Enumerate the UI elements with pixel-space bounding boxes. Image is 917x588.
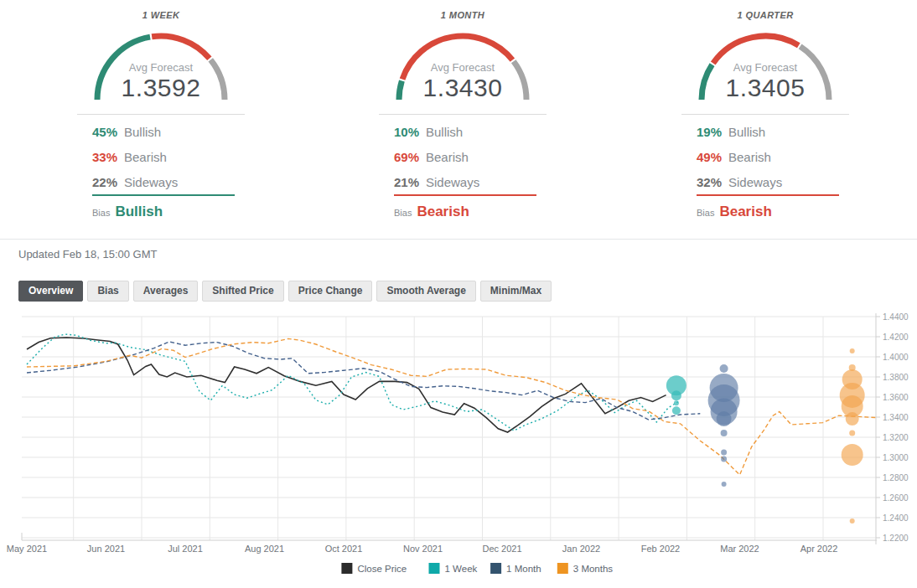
sideways-percent: 22% [92, 175, 117, 189]
svg-text:1.4000: 1.4000 [883, 353, 909, 362]
svg-text:Feb 2022: Feb 2022 [641, 544, 680, 554]
avg-forecast-label: Avg Forecast [129, 61, 194, 74]
svg-text:Jun 2021: Jun 2021 [87, 544, 125, 554]
bias-row: Bias Bearish [394, 204, 469, 220]
x-axis-labels: May 2021Jun 2021Jul 2021Aug 2021Oct 2021… [7, 544, 837, 554]
avg-forecast-value: 1.3405 [726, 74, 806, 101]
svg-text:Oct 2021: Oct 2021 [325, 544, 363, 554]
bullish-label: Bullish [124, 125, 161, 139]
grid [22, 317, 876, 540]
bearish-percent: 69% [394, 150, 419, 164]
stat-bearish: 49% Bearish [697, 144, 849, 169]
forecast-column-1-month: 1 MONTH Avg Forecast 1.3430 10% Bullish … [379, 0, 547, 235]
bearish-label: Bearish [124, 150, 167, 164]
1-month-bubbles [708, 364, 740, 487]
period-title: 1 WEEK [77, 10, 245, 20]
sideways-label: Sideways [728, 175, 782, 189]
legend-item-1-month[interactable]: 1 Month [490, 563, 541, 574]
avg-forecast-value: 1.3592 [122, 74, 201, 101]
tab-minim-max[interactable]: Minim/Max [480, 281, 552, 302]
svg-text:1.3000: 1.3000 [883, 453, 909, 462]
avg-forecast-value: 1.3430 [423, 74, 503, 101]
sentiment-gauge: Avg Forecast 1.3430 [385, 23, 541, 103]
svg-text:1.4200: 1.4200 [883, 333, 909, 342]
svg-text:Aug 2021: Aug 2021 [245, 544, 284, 554]
svg-text:1 Week: 1 Week [445, 564, 478, 574]
svg-text:1.4400: 1.4400 [883, 312, 909, 322]
legend: Close Price1 Week1 Month3 Months [341, 563, 613, 574]
bias-underline [394, 194, 536, 196]
bias-value: Bearish [417, 204, 469, 220]
svg-text:May 2021: May 2021 [7, 544, 47, 554]
tab-overview[interactable]: Overview [18, 281, 83, 302]
bias-value: Bullish [115, 204, 163, 220]
divider [77, 114, 245, 115]
bias-row: Bias Bullish [92, 204, 163, 220]
sideways-percent: 21% [394, 175, 419, 189]
period-title: 1 QUARTER [681, 10, 849, 20]
1-week-line [27, 334, 681, 431]
svg-text:Dec 2021: Dec 2021 [482, 544, 521, 554]
bearish-percent: 49% [697, 150, 722, 164]
forecast-poll-panel: 1 WEEK Avg Forecast 1.3592 45% Bullish 3… [0, 0, 917, 240]
legend-item-close-price[interactable]: Close Price [341, 563, 407, 574]
svg-text:Close Price: Close Price [357, 564, 407, 574]
avg-forecast-label: Avg Forecast [733, 61, 798, 74]
svg-text:1.3400: 1.3400 [883, 413, 909, 422]
tab-smooth-average[interactable]: Smooth Average [376, 281, 475, 302]
3-months-line [27, 338, 876, 475]
sentiment-gauge: Avg Forecast 1.3592 [83, 23, 239, 103]
divider [681, 114, 849, 115]
stat-sideways: 22% Sideways [92, 169, 245, 194]
avg-forecast-label: Avg Forecast [431, 61, 495, 74]
legend-item-3-months[interactable]: 3 Months [557, 563, 614, 574]
bias-label: Bias [92, 208, 110, 218]
svg-text:1.3800: 1.3800 [883, 373, 909, 382]
svg-text:1.2400: 1.2400 [883, 513, 909, 523]
legend-item-1-week[interactable]: 1 Week [429, 563, 478, 574]
bias-underline [697, 194, 839, 196]
stat-bullish: 10% Bullish [394, 119, 547, 144]
stat-sideways: 21% Sideways [394, 169, 547, 194]
axes [22, 313, 877, 544]
tab-averages[interactable]: Averages [133, 281, 199, 302]
bias-row: Bias Bearish [697, 204, 772, 220]
bullish-label: Bullish [426, 125, 463, 139]
sideways-label: Sideways [426, 175, 479, 189]
stat-bearish: 33% Bearish [92, 144, 245, 169]
svg-text:Apr 2022: Apr 2022 [800, 544, 838, 554]
period-title: 1 MONTH [379, 10, 547, 20]
stat-bullish: 19% Bullish [697, 119, 849, 144]
tab-bias[interactable]: Bias [87, 281, 128, 302]
bullish-percent: 10% [394, 125, 419, 139]
bearish-percent: 33% [92, 150, 117, 164]
forecast-chart-canvas[interactable]: 1.44001.42001.40001.38001.36001.34001.32… [0, 308, 917, 588]
sideways-percent: 32% [697, 175, 722, 189]
svg-text:1 Month: 1 Month [506, 564, 541, 574]
sideways-label: Sideways [124, 175, 178, 189]
bias-value: Bearish [719, 204, 771, 220]
tab-shifted-price[interactable]: Shifted Price [202, 281, 283, 302]
svg-text:1.3200: 1.3200 [883, 433, 909, 442]
svg-text:Nov 2021: Nov 2021 [403, 544, 443, 554]
forecast-column-1-week: 1 WEEK Avg Forecast 1.3592 45% Bullish 3… [77, 0, 245, 235]
svg-text:3 Months: 3 Months [573, 564, 614, 574]
forecast-chart[interactable]: 1.44001.42001.40001.38001.36001.34001.32… [0, 308, 917, 588]
divider [379, 114, 547, 115]
svg-text:1.2800: 1.2800 [883, 473, 909, 482]
y-axis-labels: 1.44001.42001.40001.38001.36001.34001.32… [876, 312, 909, 543]
tab-price-change[interactable]: Price Change [288, 281, 373, 302]
svg-text:1.2200: 1.2200 [883, 534, 909, 543]
stat-bearish: 69% Bearish [394, 144, 547, 169]
sentiment-gauge: Avg Forecast 1.3405 [687, 23, 843, 103]
forecast-column-1-quarter: 1 QUARTER Avg Forecast 1.3405 19% Bullis… [681, 0, 849, 235]
svg-text:Jan 2022: Jan 2022 [562, 544, 600, 554]
bearish-label: Bearish [728, 150, 771, 164]
bias-underline [92, 194, 235, 196]
bullish-label: Bullish [728, 125, 765, 139]
bullish-percent: 19% [697, 125, 722, 139]
bias-label: Bias [394, 208, 412, 218]
bearish-label: Bearish [426, 150, 469, 164]
updated-timestamp: Updated Feb 18, 15:00 GMT [18, 248, 157, 260]
1-month-line [27, 342, 700, 420]
